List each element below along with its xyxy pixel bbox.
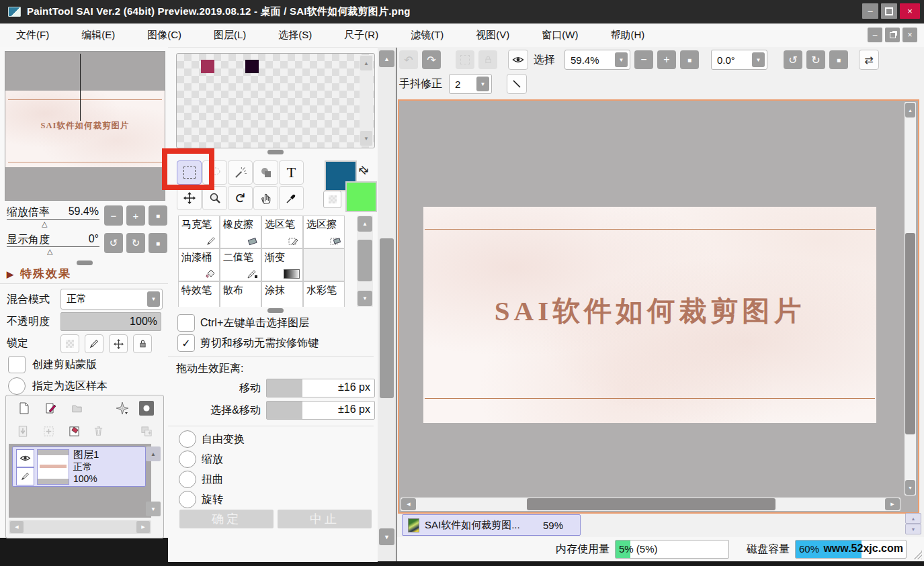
nav-angle-slider[interactable] (7, 246, 99, 247)
brush-eraser[interactable]: 橡皮擦 (220, 216, 261, 248)
swap-colors-icon[interactable]: ⇄ (355, 162, 372, 179)
menu-image[interactable]: 图像(C) (131, 24, 198, 46)
panel-scroll-up-button[interactable]: ▲ (379, 50, 394, 67)
panel-scrollbar[interactable]: ▲ ▼ (378, 47, 396, 561)
nav-rotate-ccw-button[interactable]: ↺ (104, 233, 123, 253)
lock-all-button[interactable] (133, 334, 152, 353)
transparent-color-button[interactable] (323, 191, 341, 208)
layer-scroll-up-button[interactable]: ▲ (146, 446, 161, 461)
layer-hscrollbar[interactable]: ◀ ▶ (9, 520, 151, 534)
redo-button[interactable]: ↷ (422, 50, 441, 69)
canvas-image[interactable]: SAI软件如何裁剪图片 (423, 207, 876, 423)
brush-marker[interactable]: 马克笔 (178, 216, 220, 248)
distort-radio[interactable] (179, 471, 196, 488)
panel-splitter-handle[interactable] (267, 150, 284, 154)
undo-button[interactable]: ↶ (399, 50, 418, 69)
layer-visibility-toggle[interactable] (16, 449, 34, 467)
brush-scroll-down-button[interactable]: ▼ (358, 291, 372, 306)
layer-scroll-right-button[interactable]: ▶ (136, 521, 150, 533)
tab-scroll-down-button[interactable]: ▼ (905, 524, 921, 534)
chevron-down-icon[interactable]: ▼ (752, 52, 765, 67)
zoom-select[interactable]: 59.4% ▼ (564, 50, 630, 70)
tool-hand[interactable] (253, 186, 278, 210)
nav-zoom-reset-button[interactable]: ■ (149, 205, 167, 226)
brush-gradient[interactable]: 渐变 (261, 248, 303, 281)
nav-rotate-cw-button[interactable]: ↻ (126, 233, 145, 253)
selection-source-radio[interactable] (8, 377, 26, 395)
tool-eyedropper[interactable] (279, 186, 304, 210)
canvas-vscrollbar[interactable]: ▲ ▼ (905, 102, 916, 496)
close-button[interactable]: × (900, 3, 920, 19)
brush-effect-pen[interactable]: 特效笔 (178, 281, 220, 307)
chevron-down-icon[interactable]: ▼ (615, 52, 628, 67)
selection-visibility-button[interactable] (508, 50, 528, 70)
abort-button[interactable]: 中止 (278, 510, 372, 528)
menu-help[interactable]: 帮助(H) (594, 24, 661, 46)
canvas-scroll-right-button[interactable]: ▶ (885, 498, 900, 510)
ruler-tools-button[interactable] (115, 401, 130, 416)
menu-file[interactable]: 文件(F) (0, 24, 65, 46)
brush-selection-pen[interactable]: 选区笔 (261, 216, 303, 248)
layer-mask-button[interactable] (139, 401, 154, 416)
blend-mode-select[interactable]: 正常 ▼ (60, 289, 163, 310)
menu-view[interactable]: 视图(V) (460, 24, 526, 46)
rotate-radio[interactable] (179, 491, 196, 508)
chevron-down-icon[interactable]: ▼ (147, 291, 160, 307)
secondary-color-well[interactable] (345, 181, 377, 212)
brush-smudge[interactable]: 涂抹 (261, 281, 303, 307)
swatch-scroll-up-button[interactable]: ▲ (360, 56, 372, 70)
layer-scroll-down-button[interactable]: ▼ (146, 502, 161, 516)
brush-selection-eraser[interactable]: 选区擦 (303, 216, 345, 248)
ctrl-click-layer-checkbox[interactable] (177, 314, 195, 332)
move-distance-slider[interactable]: ±16 px (266, 379, 375, 397)
swatch-color-2[interactable] (245, 60, 259, 73)
canvas-scroll-left-button[interactable]: ◀ (401, 498, 416, 510)
canvas-hscrollbar[interactable]: ◀ ▶ (401, 498, 900, 511)
menu-select[interactable]: 选择(S) (262, 24, 328, 46)
opacity-slider[interactable]: 100% (60, 312, 161, 331)
menu-window[interactable]: 窗口(W) (526, 24, 594, 46)
brush-scatter[interactable]: 散布 (220, 281, 261, 307)
clipping-mask-checkbox[interactable] (8, 356, 26, 373)
nav-angle-reset-button[interactable]: ■ (149, 233, 167, 253)
resize-grip[interactable] (913, 551, 922, 559)
zoom-in-button[interactable]: + (657, 50, 676, 69)
rotate-ccw-button[interactable]: ↺ (784, 50, 802, 69)
select-move-distance-slider[interactable]: ±16 px (266, 401, 375, 420)
nav-zoom-slider[interactable] (7, 219, 99, 220)
brush-scrollbar[interactable]: ▲ ▼ (357, 216, 373, 307)
lock-transparency-button[interactable] (60, 334, 79, 353)
brush-binary-pen[interactable]: 二值笔 (220, 248, 261, 281)
lock-pixels-button[interactable] (85, 334, 103, 353)
navigator-preview[interactable]: SAI软件如何裁剪图片 (5, 51, 165, 201)
brush-watercolor[interactable]: 水彩笔 (303, 281, 345, 307)
maximize-button[interactable] (881, 3, 897, 19)
canvas-viewport[interactable]: SAI软件如何裁剪图片 ▲ ▼ ◀ ▶ (398, 99, 919, 514)
nav-angle-slider-marker[interactable]: △ (47, 247, 52, 256)
line-quality-button[interactable] (507, 74, 527, 94)
swatch-scroll-down-button[interactable]: ▼ (360, 131, 372, 146)
layer-row[interactable]: 图层1 正常 100% (12, 446, 146, 487)
deselect-button[interactable] (456, 50, 474, 69)
layer-scroll-left-button[interactable]: ◀ (10, 521, 24, 533)
swatch-scrollbar[interactable]: ▲ ▼ (360, 55, 373, 146)
menu-filter[interactable]: 滤镜(T) (394, 24, 460, 46)
selection-lock-button[interactable] (478, 50, 497, 69)
lock-position-button[interactable] (109, 334, 128, 353)
brush-empty-slot[interactable] (303, 248, 345, 281)
new-linework-layer-button[interactable] (44, 401, 58, 416)
angle-reset-button[interactable]: ■ (829, 50, 848, 69)
delete-layer-button[interactable] (91, 424, 106, 438)
minimize-button[interactable]: – (862, 3, 878, 19)
merge-down-button[interactable] (41, 424, 56, 438)
tool-rotate-view[interactable]: ↻ (228, 186, 253, 210)
nav-zoom-slider-marker[interactable]: △ (42, 220, 47, 228)
document-tab[interactable]: SAI软件如何裁剪图... 59% (402, 514, 581, 536)
duplicate-layer-button[interactable] (139, 424, 154, 438)
new-layer-button[interactable] (17, 401, 32, 416)
swatch-palette[interactable]: ▲ ▼ (176, 53, 375, 148)
new-folder-button[interactable] (69, 401, 84, 416)
menu-ruler[interactable]: 尺子(R) (328, 24, 394, 46)
tool-magic-wand[interactable] (228, 160, 253, 185)
menu-edit[interactable]: 编辑(E) (65, 24, 131, 46)
